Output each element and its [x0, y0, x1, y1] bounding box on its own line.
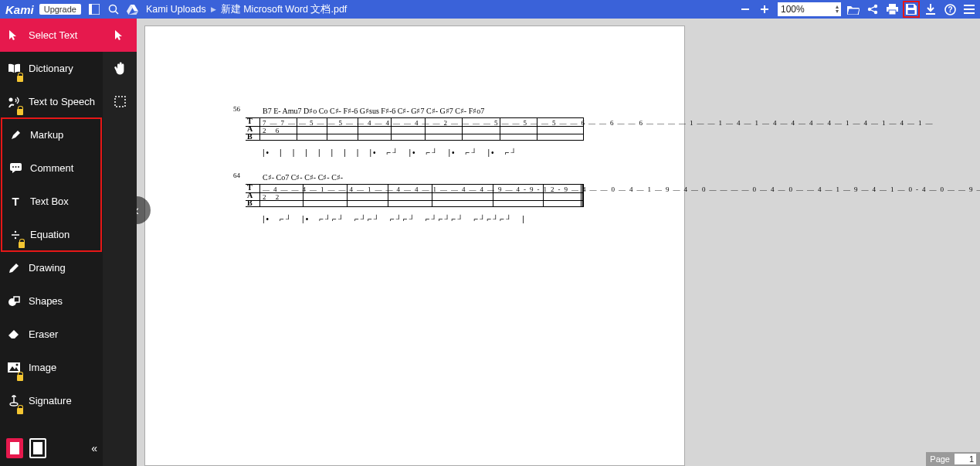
- svg-rect-37: [14, 297, 19, 302]
- upgrade-button[interactable]: Upgrade: [39, 4, 81, 15]
- tool-tts[interactable]: Text to Speech: [0, 85, 103, 118]
- tool-label: Eraser: [29, 328, 58, 340]
- mode-marquee[interactable]: [103, 85, 137, 118]
- tool-signature[interactable]: Signature: [0, 384, 103, 417]
- svg-line-3: [115, 12, 118, 15]
- tool-label: Equation: [30, 229, 70, 240]
- pencil-icon: [7, 261, 21, 275]
- fret-numbers-2: 2 2: [246, 193, 584, 201]
- svg-point-29: [12, 166, 14, 168]
- lock-badge-icon: [19, 242, 25, 248]
- tab-system-2: 64 C♯- Co7 C♯- C♯- C♯- C♯- TAB —4——4—1——…: [246, 184, 584, 229]
- tool-label: Image: [29, 362, 56, 373]
- svg-line-14: [871, 10, 875, 12]
- mode-hand-cursor[interactable]: [103, 52, 137, 85]
- tool-dictionary[interactable]: Dictionary: [0, 52, 103, 85]
- svg-marker-28: [12, 171, 15, 173]
- document-canvas[interactable]: ‹ 56 B7 E- Amu7 D♯o Co C♯- F♯-6 G♯sus F♯…: [137, 19, 980, 466]
- lock-badge-icon: [17, 109, 23, 115]
- document-page: 56 B7 E- Amu7 D♯o Co C♯- F♯-6 G♯sus F♯-6…: [144, 26, 685, 466]
- view-single-page-button[interactable]: [6, 438, 23, 458]
- lock-badge-icon: [17, 76, 23, 82]
- save-icon[interactable]: [905, 3, 917, 15]
- svg-point-2: [109, 5, 116, 12]
- view-continuous-button[interactable]: [29, 438, 46, 458]
- sidebar-toggle-icon[interactable]: [88, 3, 100, 15]
- tool-drawing[interactable]: Drawing: [0, 251, 103, 284]
- tool-label: Comment: [30, 162, 73, 174]
- page-indicator[interactable]: Page 1: [926, 452, 980, 466]
- shapes-icon: [7, 294, 21, 308]
- chord-row: B7 E- Amu7 D♯o Co C♯- F♯-6 G♯sus F♯-6 C♯…: [246, 107, 584, 115]
- share-icon[interactable]: [866, 3, 879, 15]
- zoom-in-button[interactable]: [758, 3, 771, 15]
- rhythm-row: |•||||||||•⌐┘|•⌐┘|•⌐┘|•⌐┘: [246, 148, 584, 162]
- tool-image[interactable]: Image: [0, 351, 103, 384]
- print-icon[interactable]: [886, 3, 898, 15]
- svg-point-31: [18, 166, 19, 168]
- svg-text:?: ?: [948, 5, 952, 14]
- svg-rect-19: [908, 10, 915, 14]
- svg-rect-1: [89, 4, 92, 15]
- zoom-out-button[interactable]: [739, 3, 751, 15]
- breadcrumb: Kami Uploads ▶ 新建 Microsoft Word 文档.pdf: [146, 3, 347, 16]
- svg-point-10: [874, 5, 877, 8]
- tool-label: Shapes: [29, 295, 63, 307]
- tab-staff: TAB 7—7——5——5——4—4——4——2————5——5——5——6——…: [246, 117, 584, 141]
- tool-markup[interactable]: Markup: [2, 118, 101, 151]
- help-icon[interactable]: ?: [944, 3, 956, 15]
- lock-badge-icon: [17, 375, 23, 381]
- stepper-arrows-icon: ▴▾: [836, 5, 839, 14]
- file-name[interactable]: 新建 Microsoft Word 文档.pdf: [221, 3, 348, 16]
- zoom-value: 100%: [781, 4, 805, 15]
- tool-group-highlight: Markup Comment T Text Box Equation: [2, 118, 101, 251]
- fret-numbers: —4——4—1——4—1——4—4—1——4—4—9—4-9-12-9—4——0…: [246, 185, 584, 193]
- cursor-mode-column: [103, 19, 137, 466]
- breadcrumb-root[interactable]: Kami Uploads: [146, 4, 206, 15]
- search-icon[interactable]: [107, 3, 120, 15]
- svg-point-41: [10, 403, 18, 406]
- zoom-select[interactable]: 100% ▴▾: [778, 2, 841, 16]
- lock-badge-icon: [17, 408, 23, 414]
- measure-number: 56: [233, 105, 240, 113]
- collapse-sidebar-icon[interactable]: «: [91, 442, 97, 454]
- tool-label: Drawing: [29, 262, 66, 274]
- open-file-icon[interactable]: [847, 3, 860, 15]
- tool-label: Select Text: [29, 29, 77, 41]
- tool-label: Markup: [30, 129, 63, 141]
- highlighter-icon: [8, 128, 22, 142]
- chevron-right-icon: ▶: [211, 5, 216, 13]
- tool-label: Dictionary: [29, 63, 73, 74]
- svg-line-13: [871, 7, 875, 9]
- mode-select-cursor[interactable]: [103, 19, 137, 52]
- brand-logo: Kami: [3, 3, 34, 16]
- tool-shapes[interactable]: Shapes: [0, 284, 103, 318]
- svg-rect-38: [8, 362, 20, 372]
- view-mode-bar: «: [0, 430, 103, 466]
- text-icon: T: [8, 195, 22, 209]
- menu-icon[interactable]: [963, 3, 975, 15]
- drive-icon[interactable]: [127, 3, 139, 15]
- tool-textbox[interactable]: T Text Box: [2, 185, 101, 218]
- svg-rect-42: [115, 97, 125, 107]
- svg-point-33: [15, 230, 16, 232]
- comment-icon: [8, 162, 22, 175]
- svg-rect-17: [889, 10, 896, 15]
- tool-equation[interactable]: Equation: [2, 218, 101, 251]
- tool-sidebar: Select Text Dictionary Text to Speech Ma…: [0, 19, 103, 466]
- tab-staff: TAB —4——4—1——4—1——4—4—1——4—4—9—4-9-12-9—…: [246, 184, 584, 207]
- tool-select-text[interactable]: Select Text: [0, 19, 103, 52]
- download-icon[interactable]: [924, 3, 937, 15]
- cursor-select-icon: [7, 29, 21, 43]
- tool-label: Text Box: [30, 196, 69, 207]
- tool-eraser[interactable]: Eraser: [0, 318, 103, 351]
- app-header: Kami Upgrade Kami Uploads ▶ 新建 Microsoft…: [0, 0, 980, 19]
- rhythm-row: |•⌐┘|•⌐┘⌐┘⌐┘⌐┘⌐┘⌐┘⌐┘⌐┘⌐┘⌐┘⌐┘⌐┘|: [246, 215, 584, 229]
- svg-point-26: [9, 97, 13, 101]
- tool-comment[interactable]: Comment: [2, 151, 101, 185]
- svg-point-12: [874, 11, 877, 14]
- page-number-value: 1: [955, 454, 976, 464]
- svg-rect-15: [889, 4, 896, 7]
- tool-label: Text to Speech: [29, 96, 95, 107]
- page-label: Page: [930, 454, 950, 464]
